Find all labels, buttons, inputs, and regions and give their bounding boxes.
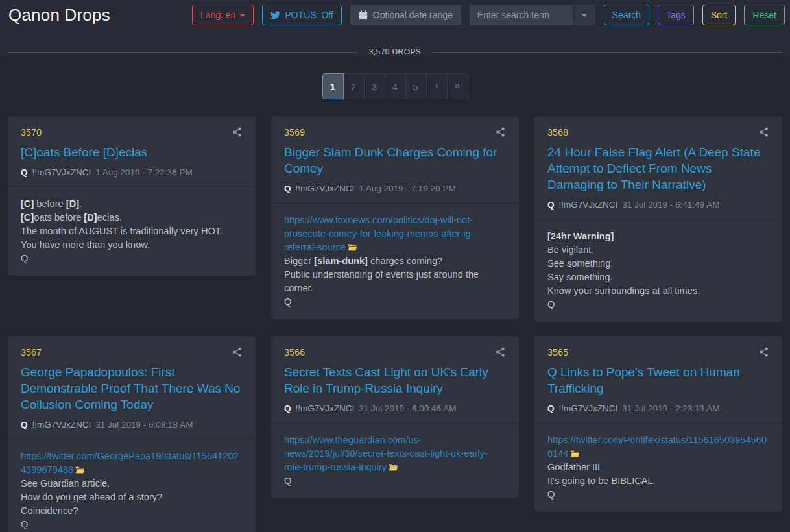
share-icon — [495, 346, 506, 357]
drop-meta: Q!!mG7VJxZNCI31 Jul 2019 - 6:08:18 AM — [21, 420, 243, 429]
potus-toggle-button[interactable]: POTUS: Off — [262, 5, 341, 25]
drop-card: 3567George Papadopoulos: First Demonstra… — [8, 336, 256, 532]
share-button[interactable] — [495, 346, 506, 357]
drop-author: Q — [547, 200, 555, 210]
drop-timestamp: 31 Jul 2019 - 6:00:46 AM — [359, 404, 456, 413]
drop-title-link[interactable]: [C]oats Before [D]eclas — [21, 144, 243, 160]
drop-card: 3569Bigger Slam Dunk Charges Coming for … — [271, 116, 519, 319]
sort-button[interactable]: Sort — [702, 5, 736, 25]
drop-body: https://www.theguardian.com/us-news/2019… — [271, 422, 519, 498]
reset-button[interactable]: Reset — [744, 5, 785, 25]
pagination-page-4[interactable]: 4 — [385, 73, 406, 99]
drop-link[interactable]: https://www.foxnews.com/politics/doj-wil… — [284, 215, 474, 252]
folder-icon — [348, 243, 357, 252]
drop-title-link[interactable]: Secret Texts Cast Light on UK's Early Ro… — [284, 364, 506, 396]
drop-card-header: 3567George Papadopoulos: First Demonstra… — [8, 336, 256, 439]
drop-card: 3566Secret Texts Cast Light on UK's Earl… — [271, 336, 519, 498]
reset-button-label: Reset — [752, 10, 776, 20]
pagination-page-1[interactable]: 1 — [322, 73, 344, 99]
drop-body: https://twitter.com/Pontifex/status/1156… — [534, 422, 782, 512]
search-input[interactable] — [470, 5, 573, 25]
drop-meta: Q!!mG7VJxZNCI1 Aug 2019 - 7:22:36 PM — [21, 167, 243, 177]
folder-icon — [389, 463, 398, 472]
pagination-page-2[interactable]: 2 — [343, 73, 365, 99]
drop-timestamp: 1 Aug 2019 - 7:19:20 PM — [359, 184, 455, 193]
cards-grid: 3570[C]oats Before [D]eclasQ!!mG7VJxZNCI… — [0, 116, 790, 532]
drop-number-row: 3566 — [284, 346, 506, 357]
pagination-last-button[interactable]: » — [447, 73, 468, 99]
drop-number-link[interactable]: 3566 — [284, 347, 305, 357]
drop-body: [C] before [D].[C]oats before [D]eclas.T… — [8, 186, 256, 276]
drop-link-line: https://www.foxnews.com/politics/doj-wil… — [284, 213, 506, 254]
drop-number-link[interactable]: 3567 — [21, 347, 42, 357]
drop-link[interactable]: https://www.theguardian.com/us-news/2019… — [284, 435, 488, 472]
drop-text-line: Q — [284, 474, 506, 488]
share-button[interactable] — [758, 127, 769, 138]
drop-number-link[interactable]: 3570 — [21, 127, 42, 138]
drop-text-line: Bigger [slam-dunk] charges coming? — [284, 254, 506, 268]
drop-author: Q — [284, 404, 291, 413]
tags-button[interactable]: Tags — [658, 5, 694, 25]
drop-text-line: It's going to be BIBLICAL. — [547, 474, 769, 488]
drops-count: 3,570 DROPS — [369, 47, 421, 56]
drops-count-divider: 3,570 DROPS — [0, 47, 790, 56]
date-range-button[interactable]: Optional date range — [350, 5, 461, 25]
sort-button-label: Sort — [711, 10, 728, 20]
twitter-icon — [270, 10, 280, 20]
drop-text-line: Q — [284, 295, 506, 309]
drop-title-link[interactable]: 24 Hour False Flag Alert (A Deep State A… — [547, 144, 769, 193]
drop-meta: Q!!mG7VJxZNCI1 Aug 2019 - 7:19:20 PM — [284, 184, 506, 193]
share-button[interactable] — [758, 346, 769, 357]
drop-tripcode: !!mG7VJxZNCI — [32, 167, 91, 177]
share-icon — [758, 127, 769, 138]
calendar-icon — [359, 10, 368, 20]
drop-card-header: 3569Bigger Slam Dunk Charges Coming for … — [271, 116, 519, 202]
drop-link-line: https://twitter.com/Pontifex/status/1156… — [547, 433, 769, 461]
drop-card-header: 3570[C]oats Before [D]eclasQ!!mG7VJxZNCI… — [8, 116, 256, 186]
drop-timestamp: 31 Jul 2019 - 6:08:18 AM — [95, 420, 193, 429]
drop-text-line: Be vigilant. — [547, 243, 769, 257]
share-icon — [495, 127, 506, 138]
pagination-page-5[interactable]: 5 — [405, 73, 427, 99]
pagination: 12345›» — [0, 73, 790, 99]
drop-body: [24hr Warning]Be vigilant.See something.… — [534, 219, 782, 322]
drop-text-line: See Guardian article. — [21, 477, 243, 490]
search-button-label: Search — [612, 10, 641, 20]
drop-title-link[interactable]: George Papadopoulos: First Demonstrable … — [21, 364, 243, 413]
drop-title-link[interactable]: Q Links to Pope's Tweet on Human Traffic… — [547, 364, 769, 396]
drop-number-row: 3567 — [21, 346, 243, 357]
date-range-label: Optional date range — [373, 10, 453, 20]
share-button[interactable] — [495, 127, 506, 138]
drop-title-link[interactable]: Bigger Slam Dunk Charges Coming for Come… — [284, 144, 506, 176]
pagination-next-button[interactable]: › — [426, 73, 448, 99]
page-title: Qanon Drops — [8, 5, 110, 25]
drop-number-row: 3569 — [284, 127, 506, 138]
drop-number-row: 3568 — [547, 127, 769, 138]
lang-dropdown-button[interactable]: Lang: en — [192, 5, 254, 25]
drop-tripcode: !!mG7VJxZNCI — [296, 404, 355, 413]
search-dropdown-button[interactable] — [573, 5, 595, 25]
drop-text-line: Q — [21, 252, 243, 265]
drop-text-line: See something. — [547, 257, 769, 271]
folder-icon — [389, 463, 398, 472]
drop-text-line: You have more than you know. — [21, 238, 243, 252]
pagination-page-3[interactable]: 3 — [364, 73, 385, 99]
share-button[interactable] — [232, 127, 243, 138]
caret-down-icon — [240, 14, 245, 17]
drop-number-link[interactable]: 3568 — [547, 127, 568, 138]
drop-link[interactable]: https://twitter.com/GeorgePapa19/status/… — [21, 451, 239, 475]
drop-number-link[interactable]: 3569 — [284, 127, 305, 138]
drop-tripcode: !!mG7VJxZNCI — [32, 420, 91, 429]
drop-author: Q — [21, 167, 28, 177]
drop-card: 3565Q Links to Pope's Tweet on Human Tra… — [534, 336, 782, 512]
caret-down-icon — [582, 14, 587, 17]
share-button[interactable] — [232, 346, 243, 357]
search-button[interactable]: Search — [604, 5, 649, 25]
folder-icon — [75, 466, 85, 474]
drop-card: 356824 Hour False Flag Alert (A Deep Sta… — [534, 116, 782, 322]
search-group — [470, 5, 595, 25]
drop-link[interactable]: https://twitter.com/Pontifex/status/1156… — [547, 435, 767, 459]
drop-number-link[interactable]: 3565 — [547, 347, 568, 357]
drop-text-line: [C]oats before [D]eclas. — [21, 211, 243, 224]
drop-text-line: Godfather III — [547, 461, 769, 474]
